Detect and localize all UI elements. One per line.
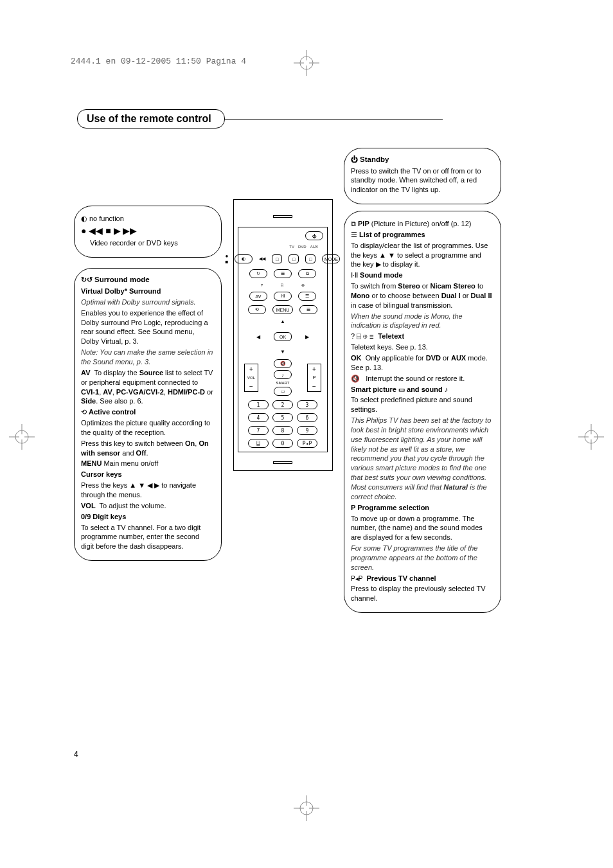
- teletext-icons: ? ⌸ ⊕ ☰: [351, 332, 374, 340]
- digit-4: 4: [248, 413, 269, 422]
- ok-body: Only applicable for DVD or AUX mode. See…: [351, 354, 488, 371]
- av-key: AV: [249, 292, 267, 301]
- standby-body: Press to switch the TV on or off from or…: [351, 166, 493, 195]
- number-pad: 1 2 3 4 5 6 7 8 9 ⌸ 0 P◂P: [248, 400, 317, 448]
- crop-mark-left: [9, 424, 35, 452]
- teletext2-key: ☰: [299, 305, 317, 314]
- surround-note2: Note: You can make the same selection in…: [81, 348, 213, 367]
- bubble-right-main: ⧉PIP (Picture in Picture) on/off (p. 12)…: [344, 211, 501, 613]
- vcr-text: Video recorder or DVD keys: [90, 238, 213, 248]
- prog-heading: P Programme selection: [351, 503, 493, 513]
- digit-1: 1: [248, 400, 269, 409]
- smart-body: To select predefined picture and sound s…: [351, 395, 493, 414]
- smart-pic-key: ▭: [274, 387, 292, 396]
- teletext-key: ☰: [298, 292, 316, 301]
- vol-rocker: +VOL−: [244, 364, 258, 392]
- digit-0: 0: [272, 439, 293, 448]
- active-control-body2: Press this key to switch between On, On …: [81, 439, 213, 458]
- prev-channel-key: P◂P: [297, 439, 317, 448]
- list-icon: ☰: [351, 231, 357, 238]
- standby-key: ⏻: [305, 231, 323, 240]
- prog-note: For some TV programmes the title of the …: [351, 544, 493, 572]
- smart-sound-key: ♪: [274, 370, 292, 379]
- pip-heading: PIP: [358, 220, 369, 227]
- prog-body: To move up or down a programme. The numb…: [351, 514, 493, 543]
- digits-heading: 0/9 Digit keys: [81, 512, 213, 522]
- vol-p-row: +VOL− 🔇 ♪ SMART ▭ +P−: [244, 359, 321, 396]
- stop-key: □: [272, 254, 282, 263]
- list-heading: List of programmes: [359, 231, 425, 238]
- crop-mark-right: [578, 424, 604, 452]
- active-control-body: Optimizes the picture quality according …: [81, 418, 213, 438]
- surround-heading: Surround mode: [94, 276, 150, 283]
- ok-key: OK: [274, 332, 292, 341]
- digit-5: 5: [272, 413, 293, 422]
- digit-9: 9: [297, 426, 317, 435]
- virtual-dolby-heading: Virtual Dolby* Surround: [81, 287, 213, 296]
- surround-key: ↻: [249, 269, 267, 278]
- prev-body: Press to display the previously selected…: [351, 584, 493, 603]
- soundmode-icon: Ⅰ·Ⅱ: [351, 271, 358, 279]
- prev-icon: P◂P: [351, 575, 362, 582]
- menu-body: Main menu on/off: [103, 459, 158, 467]
- digit-7: 7: [248, 426, 269, 435]
- print-header: 2444.1 en 09-12-2005 11:50 Pagina 4: [71, 57, 246, 66]
- manual-page: 2444.1 en 09-12-2005 11:50 Pagina 4 Use …: [0, 0, 613, 868]
- smart-group: 🔇 ♪ SMART ▭: [274, 359, 292, 396]
- crop-mark-bottom: [294, 795, 319, 823]
- page-number: 4: [74, 750, 78, 759]
- active-key: ⟲: [248, 305, 266, 314]
- smart-heading: Smart picture ▭ and sound ♪: [351, 385, 493, 394]
- teletext-body: Teletext keys. See p. 13.: [351, 342, 493, 352]
- digit-8: 8: [272, 426, 293, 435]
- mute-key: 🔇: [274, 359, 292, 368]
- prev-heading: Previous TV channel: [366, 574, 436, 582]
- av-label: AV: [81, 369, 90, 376]
- remote-diagram: ⏻ TVDVDAUX ●■ ◐ ◀◀ □ □ □ MODE ↻: [233, 199, 333, 471]
- active-control-icon: ⟲: [81, 408, 87, 416]
- vol-body: To adjust the volume.: [100, 502, 166, 509]
- standby-icon: ⏻: [351, 155, 358, 163]
- list-body: To display/clear the list of programmes.…: [351, 241, 493, 270]
- remote-inner: ⏻ TVDVDAUX ●■ ◐ ◀◀ □ □ □ MODE ↻: [238, 227, 328, 452]
- menu-key: MENU: [272, 305, 293, 314]
- clock-key: ◐: [235, 254, 253, 263]
- digit-3: 3: [297, 400, 317, 409]
- soundmode-note: When the sound mode is Mono, the indicat…: [351, 312, 493, 331]
- right-column: ⏻Standby Press to switch the TV on or of…: [344, 148, 501, 613]
- crop-mark-top: [294, 50, 319, 78]
- ok-heading: OK: [351, 354, 362, 362]
- digit-6: 6: [297, 413, 317, 422]
- surround-note1: Optimal with Dolby surround signals.: [81, 297, 213, 307]
- soundmode-body: To switch from Stereo or Nicam Stereo to…: [351, 281, 493, 310]
- cursor-pad: ▲ ▼ ◀ ▶ OK: [254, 319, 312, 355]
- bubble-left-main: ↻↺Surround mode Virtual Dolby* Surround …: [74, 268, 222, 561]
- bubble-nofunc-vcr: ◐no function ● ◀◀ ■ ▶ ▶▶ Video recorder …: [74, 206, 222, 258]
- aux-key: □: [305, 254, 315, 263]
- cursor-heading: Cursor keys: [81, 470, 213, 479]
- soundmode-key: Ⅰ·Ⅱ: [274, 292, 292, 301]
- digit-2: 2: [272, 400, 293, 409]
- bottom-left-key: ⌸: [248, 439, 269, 448]
- transport-icons: ● ◀◀ ■ ▶ ▶▶: [81, 226, 137, 236]
- bubble-standby: ⏻Standby Press to switch the TV on or of…: [344, 148, 501, 204]
- left-column: ◐no function ● ◀◀ ■ ▶ ▶▶ Video recorder …: [74, 206, 222, 613]
- active-control-heading: Active control: [89, 408, 136, 416]
- surround-body: Enables you to experience the effect of …: [81, 308, 213, 346]
- pip-key: ⧉: [298, 269, 316, 278]
- av-body: To display the Source list to select TV …: [81, 369, 213, 405]
- clock-icon: ◐: [81, 215, 87, 222]
- content-columns: ◐no function ● ◀◀ ■ ▶ ▶▶ Video recorder …: [74, 148, 537, 613]
- pip-body: (Picture in Picture) on/off (p. 12): [371, 220, 472, 227]
- teletext-heading: Teletext: [378, 332, 404, 340]
- menu-label: MENU: [81, 459, 102, 467]
- mute-body: Interrupt the sound or restore it.: [366, 375, 465, 382]
- list-key: ☰: [274, 269, 292, 278]
- nofunc-text: no function: [89, 215, 124, 222]
- digits-body: To select a TV channel. For a two digit …: [81, 523, 213, 552]
- smart-note: This Philips TV has been set at the fact…: [351, 416, 493, 502]
- play-key: □: [289, 254, 299, 263]
- section-title: Use of the remote control: [77, 109, 225, 128]
- mute-icon: 🔇: [351, 375, 360, 382]
- cursor-body: Press the keys ▲ ▼ ◀ ▶ to navigate throu…: [81, 481, 213, 500]
